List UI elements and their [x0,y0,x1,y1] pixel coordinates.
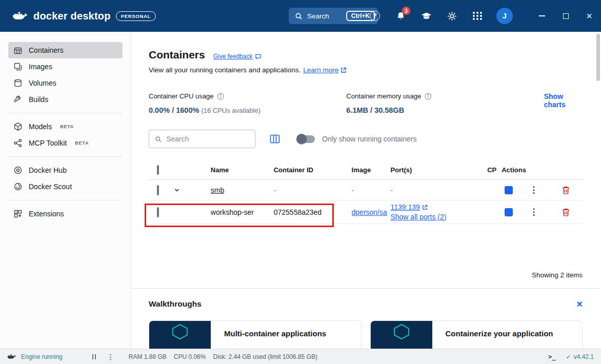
window-controls: × [530,0,601,32]
container-search-input[interactable] [166,135,249,143]
cpu-usage-note: (16 CPUs available) [201,107,261,114]
column-header-ports[interactable]: Port(s) [390,166,487,174]
column-header-container-id[interactable]: Container ID [274,166,352,174]
sidebar-item-label: Models [29,123,52,131]
stop-button[interactable] [505,186,513,194]
topbar-actions: ? 3 [368,0,601,32]
notification-count-badge: 3 [402,7,410,15]
docker-scout-icon [13,182,23,191]
app-wordmark: docker desktop [33,10,111,22]
beta-badge: BETA [60,124,74,129]
help-button[interactable]: ? [368,9,382,23]
search-icon [155,135,162,143]
info-icon[interactable] [217,93,224,100]
sidebar-divider [8,113,123,113]
notifications-button[interactable]: 3 [394,9,407,23]
running-only-toggle-label: Only show running containers [322,135,416,143]
containers-icon [13,46,23,55]
sidebar-item-docker-scout[interactable]: Docker Scout [8,178,123,195]
container-image-link[interactable]: dperson/sa [352,208,387,216]
hexagon-icon [171,323,189,340]
sidebar-divider [8,200,123,200]
search-icon [295,12,303,20]
maximize-button[interactable] [554,0,577,32]
sidebar-item-label: Docker Hub [29,166,67,174]
sidebar-item-images[interactable]: Images [8,58,123,75]
toggle-knob [296,134,307,144]
running-only-toggle[interactable] [297,135,315,143]
extensions-icon [13,209,23,218]
expand-row-button[interactable] [174,187,190,193]
volumes-icon [13,78,23,88]
container-ports: - [390,186,393,194]
sidebar-item-volumes[interactable]: Volumes [8,75,123,91]
table-row[interactable]: workshop-ser 0725558a23ed dperson/sa 113… [149,200,583,224]
memory-usage-stat: Container memory usage 6.1MB / 30.58GB [346,92,544,114]
row-actions-menu-button[interactable]: ⋮ [529,185,538,195]
docker-hub-icon [13,166,23,175]
page-subtitle: View all your running containers and app… [149,66,300,74]
delete-button[interactable] [562,186,570,195]
version-label: v4.42.1 [574,353,594,360]
docker-whale-logo [12,10,28,22]
give-feedback-link[interactable]: Give feedback [213,53,262,60]
walkthrough-card[interactable]: Multi-container applications [149,320,362,349]
learn-more-link[interactable]: Learn more [303,66,347,74]
column-header-image[interactable]: Image [352,166,391,174]
terminal-icon[interactable]: >_ [548,353,555,360]
close-icon: × [586,11,592,21]
stop-button[interactable] [505,208,513,216]
plan-badge[interactable]: PERSONAL [116,11,156,21]
walkthroughs-close-button[interactable]: × [576,299,583,309]
show-charts-link[interactable]: Show charts [544,92,583,109]
chevron-down-icon [174,187,180,193]
row-actions-menu-button[interactable]: ⋮ [529,207,538,217]
walkthrough-thumbnail [149,321,211,349]
select-all-checkbox[interactable] [157,165,159,175]
walkthrough-card[interactable]: Containerize your application [370,320,583,349]
models-icon [13,122,23,131]
sidebar-item-containers[interactable]: Containers [8,42,123,58]
memory-usage-value: 6.1MB / 30.58GB [346,106,544,114]
settings-button[interactable] [445,9,458,23]
engine-status[interactable]: Engine running [7,353,63,360]
scrollbar-thumb[interactable] [596,34,600,81]
close-button[interactable]: × [577,0,601,32]
learning-center-button[interactable] [419,9,433,23]
pause-icon[interactable] [92,354,96,359]
avatar[interactable]: J [496,8,513,24]
row-checkbox[interactable] [157,185,159,195]
sidebar-item-models[interactable]: Models BETA [8,118,123,135]
show-all-ports-link[interactable]: Show all ports (2) [390,212,446,222]
apps-menu-button[interactable] [471,9,484,23]
table-row[interactable]: smb - - - ⋮ [149,180,583,200]
sidebar-divider [8,156,123,157]
delete-button[interactable] [562,208,570,217]
items-count-summary: Showing 2 items [149,271,583,279]
statusbar-menu-button[interactable]: ⋮ [107,353,114,361]
version-indicator[interactable]: ✓ v4.42.1 [566,353,594,360]
column-settings-button[interactable] [270,134,280,144]
question-icon: ? [370,11,380,21]
sidebar: Containers Images Volumes Builds Models [0,32,131,349]
whale-status-icon [7,353,16,360]
sidebar-item-builds[interactable]: Builds [8,91,123,108]
sidebar-item-docker-hub[interactable]: Docker Hub [8,162,123,178]
row-checkbox[interactable] [157,207,159,217]
walkthrough-card-title: Multi-container applications [211,321,326,349]
port-link[interactable]: 1139:139 [390,203,419,212]
minimize-button[interactable] [530,0,554,32]
sidebar-item-label: Volumes [29,79,56,87]
info-icon[interactable] [425,93,432,100]
walkthrough-cards: Multi-container applications Containeriz… [149,320,583,349]
sidebar-item-extensions[interactable]: Extensions [8,206,123,222]
trash-icon [562,208,570,217]
container-name[interactable]: smb [211,186,224,194]
sidebar-item-mcp-toolkit[interactable]: MCP Toolkit BETA [8,135,123,151]
engine-status-label: Engine running [21,353,63,360]
global-search[interactable]: Search Ctrl+K [289,8,378,24]
column-header-cpu[interactable]: CP [487,166,502,174]
column-header-name[interactable]: Name [211,166,274,174]
sidebar-item-label: MCP Toolkit [29,139,67,147]
beta-badge: BETA [75,140,89,146]
